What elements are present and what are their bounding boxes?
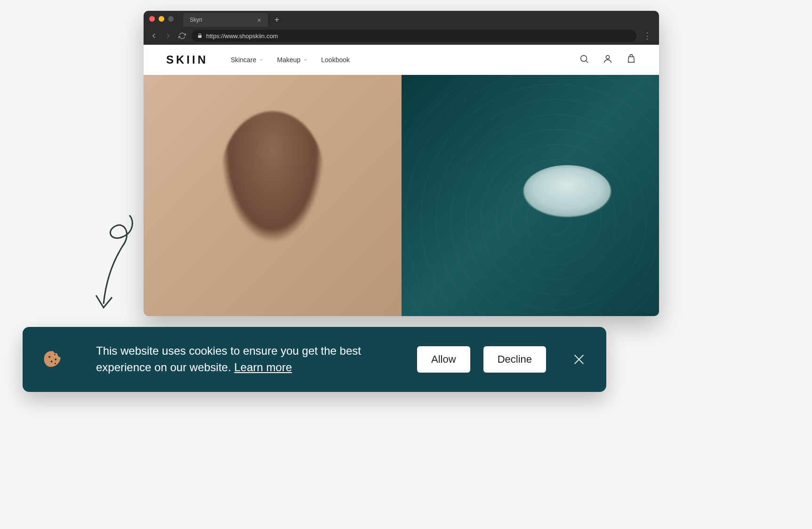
lock-icon — [197, 33, 202, 39]
nav-label: Makeup — [277, 56, 300, 64]
cookie-actions: Allow Decline — [417, 346, 586, 373]
account-button[interactable] — [603, 54, 613, 66]
svg-point-7 — [57, 352, 58, 353]
svg-point-1 — [606, 56, 609, 59]
nav-item-skincare[interactable]: Skincare — [231, 56, 264, 64]
nav-label: Lookbook — [321, 56, 350, 64]
bag-icon — [626, 54, 636, 64]
decline-button[interactable]: Decline — [483, 346, 546, 373]
search-button[interactable] — [579, 54, 589, 66]
cookie-line2-prefix: experience on our website. — [96, 361, 234, 374]
reload-button[interactable] — [177, 31, 187, 41]
svg-point-6 — [54, 354, 56, 355]
chevron-down-icon — [259, 57, 264, 62]
url-text: https://www.shopskiin.com — [206, 33, 278, 40]
svg-point-3 — [51, 360, 53, 362]
forward-button[interactable] — [163, 31, 173, 41]
nav-item-lookbook[interactable]: Lookbook — [321, 56, 350, 64]
site-header: SKIIN Skincare Makeup Lookbook — [144, 45, 659, 75]
traffic-lights — [149, 16, 174, 22]
url-input[interactable]: https://www.shopskiin.com — [192, 30, 636, 42]
tab-title: Skyn — [190, 16, 202, 23]
hero-image-product — [402, 75, 659, 316]
window-minimize-button[interactable] — [159, 16, 164, 22]
site-content: SKIIN Skincare Makeup Lookbook — [144, 45, 659, 316]
site-nav: Skincare Makeup Lookbook — [231, 56, 350, 64]
browser-chrome: Skyn × + https://www.shopskiin.com ⋮ — [144, 11, 659, 45]
nav-item-makeup[interactable]: Makeup — [277, 56, 308, 64]
header-actions — [579, 54, 636, 66]
new-tab-button[interactable]: + — [272, 16, 282, 24]
learn-more-link[interactable]: Learn more — [234, 361, 292, 374]
cart-button[interactable] — [626, 54, 636, 66]
browser-window: Skyn × + https://www.shopskiin.com ⋮ SKI — [144, 11, 659, 316]
allow-button[interactable]: Allow — [417, 346, 470, 373]
chevron-down-icon — [303, 57, 308, 62]
tab-close-icon[interactable]: × — [257, 16, 261, 24]
browser-tab[interactable]: Skyn × — [183, 13, 268, 27]
user-icon — [603, 54, 613, 64]
arrow-annotation — [89, 210, 141, 323]
brand-logo[interactable]: SKIIN — [166, 53, 208, 66]
cookie-banner: This website uses cookies to ensure you … — [23, 327, 606, 392]
cookie-line1: This website uses cookies to ensure you … — [96, 344, 361, 357]
cookie-message: This website uses cookies to ensure you … — [96, 343, 361, 376]
window-close-button[interactable] — [149, 16, 155, 22]
svg-point-0 — [581, 56, 587, 62]
search-icon — [579, 54, 589, 64]
svg-point-5 — [55, 363, 56, 364]
back-button[interactable] — [149, 31, 159, 41]
svg-point-2 — [48, 356, 50, 358]
hero-image-model — [144, 75, 402, 316]
cookie-icon — [43, 350, 63, 369]
hero-section — [144, 75, 659, 316]
browser-menu-button[interactable]: ⋮ — [641, 31, 653, 41]
svg-point-4 — [55, 358, 56, 360]
tab-bar: Skyn × + — [144, 11, 659, 27]
window-maximize-button[interactable] — [168, 16, 174, 22]
nav-label: Skincare — [231, 56, 256, 64]
close-icon[interactable] — [572, 353, 586, 366]
address-bar: https://www.shopskiin.com ⋮ — [144, 27, 659, 45]
